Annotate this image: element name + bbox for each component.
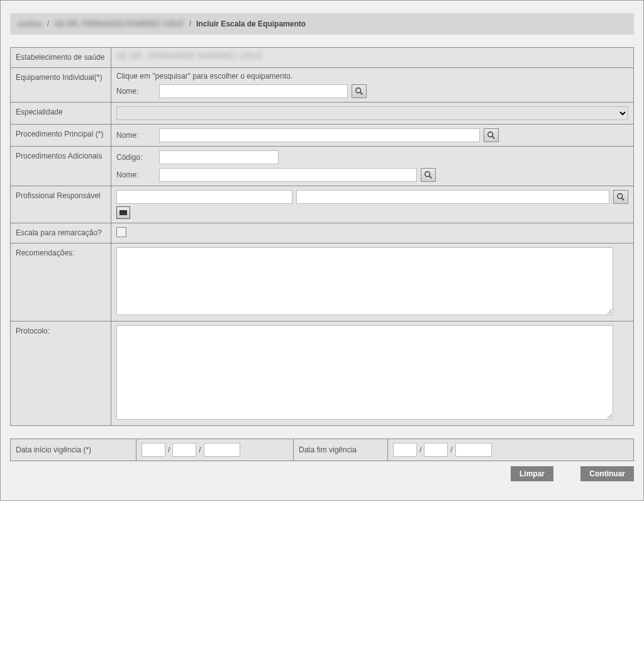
breadcrumb-sep: / xyxy=(189,20,191,28)
svg-line-5 xyxy=(430,176,432,179)
equip-nome-input[interactable] xyxy=(159,84,348,98)
dates-table: Data início vigência (*) / / Data fim vi… xyxy=(10,439,634,461)
button-bar: Limpar Continuar xyxy=(10,466,634,481)
profissional-search-button[interactable] xyxy=(613,190,628,204)
profissional-picker-button[interactable] xyxy=(116,206,130,219)
cell-procedimentos-adicionais: Código: Nome: xyxy=(111,147,634,186)
profissional-input-b[interactable] xyxy=(296,190,609,204)
label-procedimento-principal: Procedimento Principal (*) xyxy=(11,125,111,147)
cell-equipamento: Clique em "pesquisar" para escolher o eq… xyxy=(111,68,634,103)
cell-recomendacoes xyxy=(111,243,634,322)
data-inicio-day[interactable] xyxy=(142,443,165,457)
breadcrumb: molina / AE DR. FERNANDO RAMIREZ CRUZ / … xyxy=(10,13,634,35)
label-profissional: Profissional Responsável xyxy=(11,186,111,223)
cell-protocolo xyxy=(111,322,634,426)
proc-principal-search-button[interactable] xyxy=(484,128,499,142)
continuar-button[interactable]: Continuar xyxy=(580,466,634,481)
proc-principal-nome-input[interactable] xyxy=(159,128,480,142)
especialidade-select[interactable] xyxy=(116,106,628,120)
sublabel-nome: Nome: xyxy=(116,171,155,179)
date-sep: / xyxy=(199,445,201,454)
svg-point-4 xyxy=(425,172,430,177)
form-window: molina / AE DR. FERNANDO RAMIREZ CRUZ / … xyxy=(0,0,644,501)
data-fim-year[interactable] xyxy=(455,443,492,457)
cell-data-inicio: / / xyxy=(136,439,294,461)
search-icon xyxy=(616,193,625,201)
label-data-fim: Data fim vigência xyxy=(294,439,388,461)
search-icon xyxy=(424,171,433,179)
svg-point-2 xyxy=(488,132,493,137)
proc-adic-nome-input[interactable] xyxy=(159,168,417,182)
value-estabelecimento: AE DR. FERNANDO RAMIREZ CRUZ xyxy=(111,48,634,68)
cell-data-fim: / / xyxy=(388,439,634,461)
limpar-button[interactable]: Limpar xyxy=(511,466,553,481)
estabelecimento-text: AE DR. FERNANDO RAMIREZ CRUZ xyxy=(116,52,263,60)
equip-hint: Clique em "pesquisar" para escolher o eq… xyxy=(116,72,628,81)
escala-remarcacao-checkbox[interactable] xyxy=(116,227,126,237)
svg-line-7 xyxy=(622,198,625,201)
breadcrumb-item-2[interactable]: AE DR. FERNANDO RAMIREZ CRUZ xyxy=(54,20,184,28)
sublabel-nome: Nome: xyxy=(116,131,155,140)
search-icon xyxy=(355,87,364,96)
svg-point-0 xyxy=(356,88,361,93)
breadcrumb-current: Incluir Escala de Equipamento xyxy=(196,20,306,28)
window-icon xyxy=(119,210,127,215)
label-protocolo: Protocolo: xyxy=(11,322,111,426)
label-estabelecimento: Estabelecimento de saúde xyxy=(11,48,111,68)
data-inicio-year[interactable] xyxy=(204,443,240,457)
breadcrumb-item-1[interactable]: molina xyxy=(18,20,42,28)
protocolo-textarea[interactable] xyxy=(116,325,613,420)
date-sep: / xyxy=(419,445,421,454)
label-recomendacoes: Recomendações: xyxy=(11,243,111,322)
date-sep: / xyxy=(168,445,170,454)
label-escala-remarcacao: Escala para remarcação? xyxy=(11,223,111,243)
breadcrumb-sep: / xyxy=(47,20,49,28)
cell-profissional xyxy=(111,186,634,223)
equip-search-button[interactable] xyxy=(352,84,367,98)
date-sep: / xyxy=(450,445,452,454)
proc-adic-search-button[interactable] xyxy=(421,168,436,182)
sublabel-codigo: Código: xyxy=(116,153,155,162)
label-especialidade: Especialidade xyxy=(11,103,111,125)
data-fim-month[interactable] xyxy=(424,443,448,457)
sublabel-nome: Nome: xyxy=(116,87,155,96)
recomendacoes-textarea[interactable] xyxy=(116,247,613,315)
data-fim-day[interactable] xyxy=(393,443,417,457)
label-equipamento: Equipamento Individual(*) xyxy=(11,68,111,103)
cell-procedimento-principal: Nome: xyxy=(111,125,634,147)
label-data-inicio: Data início vigência (*) xyxy=(11,439,136,461)
cell-escala-remarcacao xyxy=(111,223,634,243)
profissional-input-a[interactable] xyxy=(116,190,292,204)
label-procedimentos-adicionais: Procedimentos Adicionais xyxy=(11,147,111,186)
proc-adic-codigo-input[interactable] xyxy=(159,150,279,164)
search-icon xyxy=(487,131,496,140)
svg-line-3 xyxy=(492,137,495,139)
main-form-table: Estabelecimento de saúde AE DR. FERNANDO… xyxy=(10,47,634,426)
svg-point-6 xyxy=(618,194,623,199)
cell-especialidade xyxy=(111,103,634,125)
data-inicio-month[interactable] xyxy=(172,443,196,457)
svg-line-1 xyxy=(360,92,363,95)
